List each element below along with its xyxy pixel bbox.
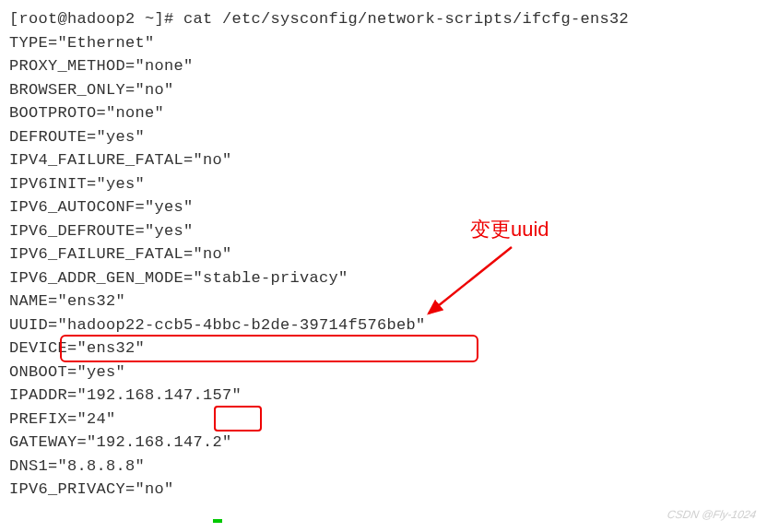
config-line: IPV6_AUTOCONF="yes" — [9, 195, 758, 219]
config-line-uuid: UUID="hadoop22-ccb5-4bbc-b2de-39714f576b… — [9, 313, 758, 337]
shell-command: cat /etc/sysconfig/network-scripts/ifcfg… — [183, 10, 629, 28]
config-line: IPV6INIT="yes" — [9, 172, 758, 196]
cursor-icon — [213, 519, 222, 523]
config-line: DNS1="8.8.8.8" — [9, 455, 758, 479]
shell-prompt: [root@hadoop2 ~]# — [9, 10, 183, 28]
config-line: BOOTPROTO="none" — [9, 101, 758, 125]
config-line: ONBOOT="yes" — [9, 361, 758, 384]
config-line: GATEWAY="192.168.147.2" — [9, 431, 758, 455]
config-line: NAME="ens32" — [9, 290, 758, 313]
config-line: DEVICE="ens32" — [9, 337, 758, 361]
config-line: BROWSER_ONLY="no" — [9, 78, 758, 102]
config-line: TYPE="Ethernet" — [9, 31, 758, 55]
config-line: DEFROUTE="yes" — [9, 125, 758, 149]
config-line: IPV6_PRIVACY="no" — [9, 478, 758, 502]
config-line: PREFIX="24" — [9, 408, 758, 432]
config-line: PROXY_METHOD="none" — [9, 54, 758, 78]
config-line: IPV6_FAILURE_FATAL="no" — [9, 242, 758, 266]
config-line-ipaddr: IPADDR="192.168.147.157" — [9, 384, 758, 408]
cursor-line — [9, 502, 758, 526]
config-line: IPV4_FAILURE_FATAL="no" — [9, 148, 758, 172]
config-line: IPV6_ADDR_GEN_MODE="stable-privacy" — [9, 266, 758, 290]
config-line: IPV6_DEFROUTE="yes" — [9, 219, 758, 243]
terminal-command-line: [root@hadoop2 ~]# cat /etc/sysconfig/net… — [9, 7, 758, 31]
